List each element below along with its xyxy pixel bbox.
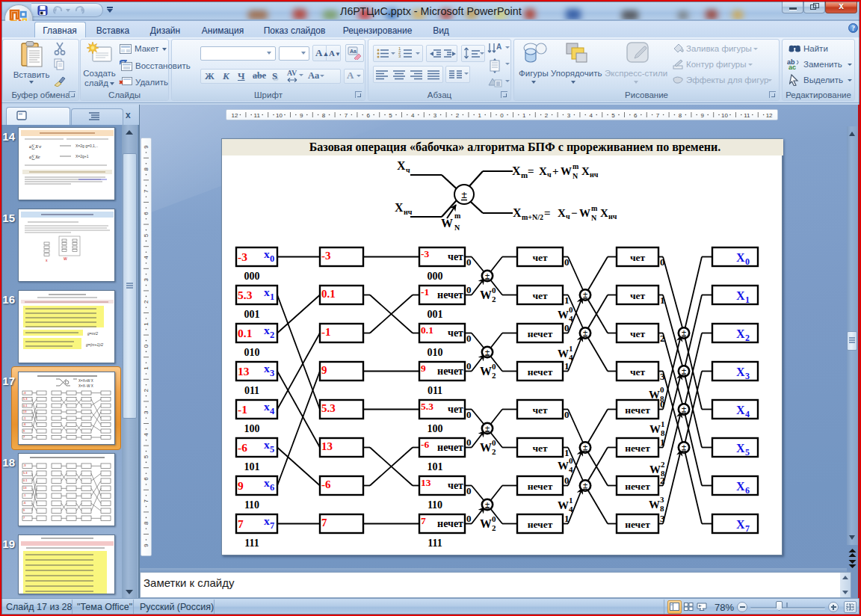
svg-text:-1: -1: [321, 326, 331, 338]
svg-text:8: 8: [661, 428, 665, 437]
svg-text:ч: ч: [547, 170, 552, 179]
svg-text:3: 3: [660, 371, 665, 382]
svg-text:1: 1: [661, 419, 665, 428]
svg-text:W: W: [441, 217, 453, 230]
svg-text:−: −: [571, 207, 578, 219]
svg-text:2: 2: [143, 388, 149, 392]
svg-text:0: 0: [564, 322, 570, 333]
svg-text:X: X: [736, 327, 745, 340]
svg-text:Базовая операция «бабочка» ал: Базовая операция «бабочка» алгоритма БПФ…: [309, 141, 720, 154]
svg-text:g=m/2: g=m/2: [87, 331, 98, 336]
svg-text:0: 0: [466, 256, 472, 268]
svg-text:W: W: [558, 309, 569, 321]
svg-text:2: 2: [660, 333, 665, 344]
svg-text:000: 000: [428, 271, 443, 282]
svg-text:5.3: 5.3: [23, 471, 28, 475]
svg-text:0: 0: [466, 284, 472, 295]
svg-text:W: W: [558, 499, 569, 511]
svg-text:X: X: [512, 164, 521, 177]
svg-text:0.1: 0.1: [321, 288, 336, 300]
svg-text:2: 2: [661, 460, 665, 469]
svg-text:N: N: [591, 214, 597, 222]
svg-text:13: 13: [321, 440, 333, 452]
svg-text:101: 101: [428, 461, 443, 472]
svg-text:12: 12: [766, 112, 773, 119]
svg-text:ч: ч: [566, 212, 570, 221]
svg-text:7: 7: [421, 515, 426, 526]
svg-text:4: 4: [589, 112, 593, 119]
svg-text:-1: -1: [238, 403, 247, 416]
svg-text:1: 1: [564, 513, 570, 524]
svg-text:3: 3: [660, 513, 665, 524]
svg-text:7: 7: [656, 112, 660, 119]
svg-text:чет: чет: [532, 252, 548, 263]
svg-text:нечет: нечет: [437, 366, 463, 377]
svg-text:x: x: [264, 400, 270, 413]
svg-text:±: ±: [461, 189, 467, 200]
svg-text:0: 0: [466, 333, 472, 344]
svg-text:X: X: [736, 480, 745, 493]
svg-text:X: X: [736, 404, 745, 416]
svg-text:W: W: [480, 441, 492, 454]
svg-text:X: X: [397, 159, 406, 172]
svg-text:чет: чет: [630, 290, 646, 301]
svg-text:1: 1: [143, 366, 149, 370]
svg-text:0: 0: [492, 286, 496, 295]
svg-text:2: 2: [456, 112, 460, 119]
svg-text:100: 100: [244, 423, 260, 434]
svg-text:нечет: нечет: [528, 328, 553, 339]
svg-text:нечет: нечет: [625, 481, 650, 492]
svg-text:+: +: [552, 165, 559, 177]
svg-text:4: 4: [745, 409, 750, 419]
svg-text:9: 9: [321, 364, 327, 376]
svg-text:111: 111: [428, 538, 442, 549]
svg-text:9: 9: [300, 112, 303, 119]
svg-text:1: 1: [564, 295, 570, 306]
svg-text:-1: -1: [421, 286, 429, 298]
svg-text:чет: чет: [630, 252, 646, 263]
svg-text:нечет: нечет: [528, 519, 553, 530]
svg-text:10: 10: [276, 112, 283, 119]
svg-text:7: 7: [321, 517, 327, 529]
svg-text:8: 8: [143, 521, 149, 525]
svg-text:011: 011: [244, 385, 259, 396]
svg-text:a∑X·e: a∑X·e: [29, 144, 41, 150]
svg-text:010: 010: [244, 347, 260, 358]
svg-text:-6: -6: [321, 478, 331, 490]
svg-text:X: X: [539, 165, 547, 177]
svg-text:2: 2: [745, 333, 750, 343]
svg-text:нч: нч: [590, 170, 599, 179]
svg-text:0: 0: [745, 256, 750, 267]
svg-text:m+N/2: m+N/2: [522, 213, 543, 221]
svg-text:4: 4: [143, 433, 149, 437]
svg-text:W: W: [480, 365, 492, 378]
svg-text:x: x: [264, 514, 270, 527]
svg-text:001: 001: [244, 309, 260, 320]
svg-text:8: 8: [660, 504, 664, 513]
svg-text:2: 2: [545, 112, 549, 119]
svg-text:0: 0: [564, 256, 570, 268]
svg-text:110: 110: [428, 499, 442, 511]
svg-text:3: 3: [567, 112, 571, 119]
svg-text:W: W: [579, 207, 590, 219]
svg-text:нечет: нечет: [625, 404, 650, 416]
svg-text:000: 000: [244, 271, 260, 282]
svg-text:6: 6: [270, 482, 274, 493]
svg-text:1: 1: [478, 112, 481, 119]
svg-text:x: x: [264, 247, 270, 260]
svg-text:W: W: [558, 348, 569, 360]
svg-text:11: 11: [254, 112, 261, 119]
svg-text:0: 0: [466, 485, 472, 496]
svg-text:0: 0: [492, 438, 496, 447]
svg-text:7: 7: [745, 523, 750, 534]
svg-text:чет: чет: [448, 404, 463, 415]
svg-text:чет: чет: [448, 480, 463, 491]
svg-text:0.1: 0.1: [421, 324, 433, 336]
svg-text:чет: чет: [448, 251, 463, 262]
svg-text:5.3: 5.3: [321, 402, 336, 414]
svg-text:1: 1: [143, 322, 149, 326]
svg-text:2: 2: [492, 295, 496, 304]
svg-text:-3: -3: [321, 250, 331, 262]
svg-text:13: 13: [23, 486, 27, 490]
svg-text:m: m: [573, 162, 579, 170]
